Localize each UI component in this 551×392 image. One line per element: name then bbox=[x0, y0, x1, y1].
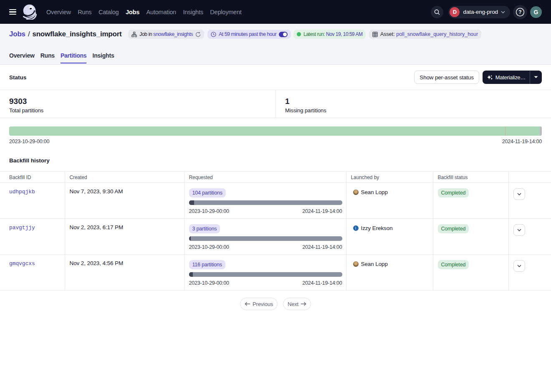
svg-text:?: ? bbox=[518, 9, 521, 15]
